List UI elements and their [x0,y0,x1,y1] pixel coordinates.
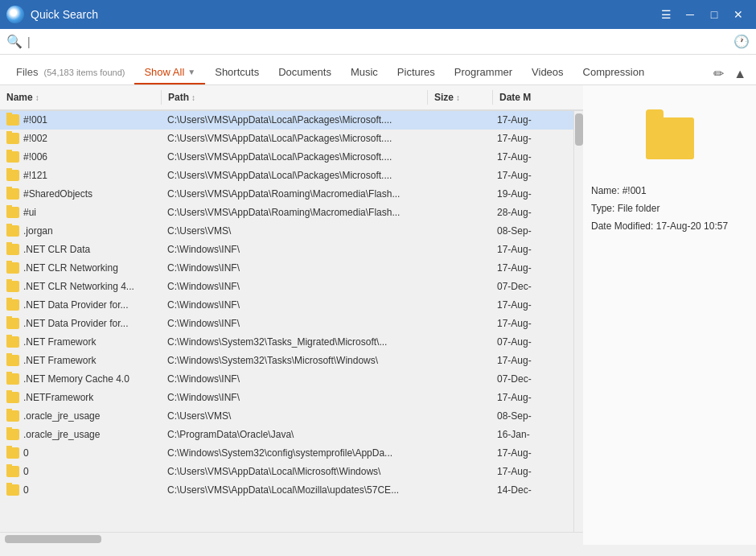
hscroll-thumb[interactable] [5,535,101,543]
file-size [426,414,491,418]
file-path: C:\Windows\INF\ [161,372,426,386]
file-date: 17-Aug- [491,353,563,368]
file-size [426,433,491,436]
vscroll-thumb[interactable] [575,113,583,146]
tab-music[interactable]: Music [341,61,388,84]
collapse-tabs-button[interactable]: ▲ [730,64,750,84]
tab-programmer[interactable]: Programmer [445,61,522,84]
table-row[interactable]: .oracle_jre_usage C:\ProgramData\Oracle\… [0,426,573,444]
table-row[interactable]: 0 C:\Users\VMS\AppData\Local\Mozilla\upd… [0,481,573,500]
file-date: 17-Aug- [491,390,563,405]
table-row[interactable]: .NET CLR Networking C:\Windows\INF\ 17-A… [0,259,573,278]
tabs-end-controls: ✏ ▲ [710,63,750,84]
table-row[interactable]: #!121 C:\Users\VMS\AppData\Local\Package… [0,167,573,185]
file-size [426,248,491,251]
file-size [426,118,491,121]
file-path: C:\Users\VMS\AppData\Roaming\Macromedia\… [161,205,426,220]
file-date: 16-Jan- [491,427,563,442]
tab-pictures[interactable]: Pictures [388,61,445,84]
folder-icon [6,466,19,477]
file-path: C:\Windows\INF\ [161,298,426,312]
tab-compression[interactable]: Compression [573,61,655,84]
file-size [426,174,491,177]
file-path: C:\Users\VMS\ [161,409,426,423]
folder-icon [6,262,19,274]
file-path: C:\Users\VMS\AppData\Local\Microsoft\Win… [161,464,426,479]
search-bar: 🔍 🕐 [0,29,756,55]
file-date: 17-Aug- [491,464,563,479]
table-row[interactable]: .NETFramework C:\Windows\INF\ 17-Aug- [0,389,573,407]
tab-show-all[interactable]: Show All ▼ [134,61,205,84]
search-input[interactable] [27,35,733,48]
file-path: C:\Users\VMS\AppData\Local\Mozilla\updat… [161,483,426,497]
table-row[interactable]: .NET Framework C:\Windows\System32\Tasks… [0,333,573,352]
minimize-button[interactable]: ─ [679,3,701,26]
menu-button[interactable]: ☰ [655,3,677,26]
file-path: C:\Windows\INF\ [161,279,426,294]
table-row[interactable]: .NET Data Provider for... C:\Windows\INF… [0,296,573,315]
file-path: C:\Users\VMS\AppData\Roaming\Macromedia\… [161,187,426,201]
file-size [426,155,491,159]
tab-shortcuts[interactable]: Shortcuts [205,61,269,84]
file-date: 19-Aug- [491,187,563,201]
file-name: #!002 [23,133,47,144]
file-name: .NET Framework [23,355,96,366]
file-path: C:\Windows\System32\config\systemprofile… [161,446,426,460]
app-logo [6,6,24,23]
preview-folder-icon [646,117,694,159]
file-path: C:\Users\VMS\ [161,224,426,238]
table-row[interactable]: .jorgan C:\Users\VMS\ 08-Sep- [0,222,573,241]
file-size [426,396,491,399]
edit-tabs-button[interactable]: ✏ [710,63,727,84]
table-row[interactable]: #ui C:\Users\VMS\AppData\Roaming\Macrome… [0,204,573,222]
tab-documents[interactable]: Documents [269,61,341,84]
table-row[interactable]: 0 C:\Users\VMS\AppData\Local\Microsoft\W… [0,463,573,481]
folder-icon [6,392,19,403]
file-path: C:\Users\VMS\AppData\Local\Packages\Micr… [161,168,426,183]
table-row[interactable]: .NET Framework C:\Windows\System32\Tasks… [0,352,573,370]
file-list-scroll[interactable]: #!001 C:\Users\VMS\AppData\Local\Package… [0,111,573,532]
file-path: C:\Windows\INF\ [161,261,426,275]
header-scroll-spacer [565,89,575,106]
close-button[interactable]: ✕ [727,3,750,26]
maximize-button[interactable]: □ [703,3,725,26]
folder-icon [6,114,19,126]
file-name: .NET Memory Cache 4.0 [23,373,129,385]
file-date: 17-Aug- [491,168,563,183]
table-row[interactable]: .NET Data Provider for... C:\Windows\INF… [0,315,573,333]
file-name: .NET CLR Networking 4... [23,281,134,292]
file-name: .oracle_jre_usage [23,429,100,440]
table-row[interactable]: .NET CLR Networking 4... C:\Windows\INF\… [0,278,573,296]
col-header-size[interactable]: Size ↕ [428,89,492,106]
table-row[interactable]: #SharedObjects C:\Users\VMS\AppData\Roam… [0,185,573,204]
horizontal-scrollbar[interactable] [0,532,583,545]
file-list-inner: #!001 C:\Users\VMS\AppData\Local\Package… [0,111,583,532]
table-row[interactable]: 0 C:\Windows\System32\config\systemprofi… [0,444,573,463]
file-size [426,266,491,270]
table-row[interactable]: .NET Memory Cache 4.0 C:\Windows\INF\ 07… [0,370,573,389]
preview-panel: Name: #!001 Type: File folder Date Modif… [583,85,756,545]
col-header-name[interactable]: Name ↕ [0,89,161,106]
file-name: #!006 [23,151,47,163]
file-size [426,322,491,325]
file-path: C:\Users\VMS\AppData\Local\Packages\Micr… [161,131,426,146]
file-name: #!121 [23,170,47,181]
table-row[interactable]: .NET CLR Data C:\Windows\INF\ 17-Aug- [0,241,573,259]
preview-info: Name: #!001 Type: File folder Date Modif… [591,183,748,237]
tab-files[interactable]: Files (54,183 items found) [6,61,134,84]
tab-videos[interactable]: Videos [522,61,573,84]
file-name: .NETFramework [23,392,93,403]
col-header-path[interactable]: Path ↕ [162,89,427,106]
col-header-date[interactable]: Date M [493,89,565,106]
search-history-button[interactable]: 🕐 [733,34,750,49]
table-row[interactable]: #!002 C:\Users\VMS\AppData\Local\Package… [0,130,573,148]
file-name: .NET Data Provider for... [23,318,129,329]
folder-icon [6,225,19,237]
file-date: 07-Dec- [491,279,563,294]
vertical-scrollbar[interactable] [573,111,583,532]
table-row[interactable]: .oracle_jre_usage C:\Users\VMS\ 08-Sep- [0,407,573,426]
table-row[interactable]: #!006 C:\Users\VMS\AppData\Local\Package… [0,148,573,167]
file-size [426,340,491,344]
file-name: .NET Framework [23,336,96,348]
table-row[interactable]: #!001 C:\Users\VMS\AppData\Local\Package… [0,111,573,130]
